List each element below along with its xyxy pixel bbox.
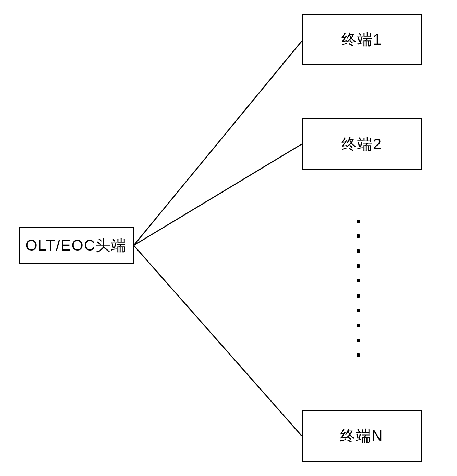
line-head-to-tn: [134, 245, 302, 436]
terminal-1-box: 终端1: [302, 14, 422, 65]
line-head-to-t1: [134, 41, 302, 245]
dot-icon: [357, 279, 360, 282]
terminal-2-box: 终端2: [302, 118, 422, 170]
dot-icon: [357, 353, 360, 357]
dot-icon: [357, 339, 360, 342]
ellipsis-dots: [353, 220, 363, 357]
dot-icon: [357, 294, 360, 298]
terminal-2-label: 终端2: [341, 134, 382, 154]
head-end-box: OLT/EOC头端: [19, 227, 134, 264]
dot-icon: [357, 220, 360, 223]
dot-icon: [357, 249, 360, 253]
dot-icon: [357, 234, 360, 238]
head-end-label: OLT/EOC头端: [26, 235, 127, 256]
terminal-1-label: 终端1: [341, 30, 382, 50]
line-head-to-t2: [134, 144, 302, 245]
dot-icon: [357, 264, 360, 268]
terminal-n-label: 终端N: [340, 426, 383, 446]
terminal-n-box: 终端N: [302, 410, 422, 462]
dot-icon: [357, 324, 360, 327]
dot-icon: [357, 309, 360, 312]
network-diagram: OLT/EOC头端 终端1 终端2 终端N: [0, 0, 457, 476]
